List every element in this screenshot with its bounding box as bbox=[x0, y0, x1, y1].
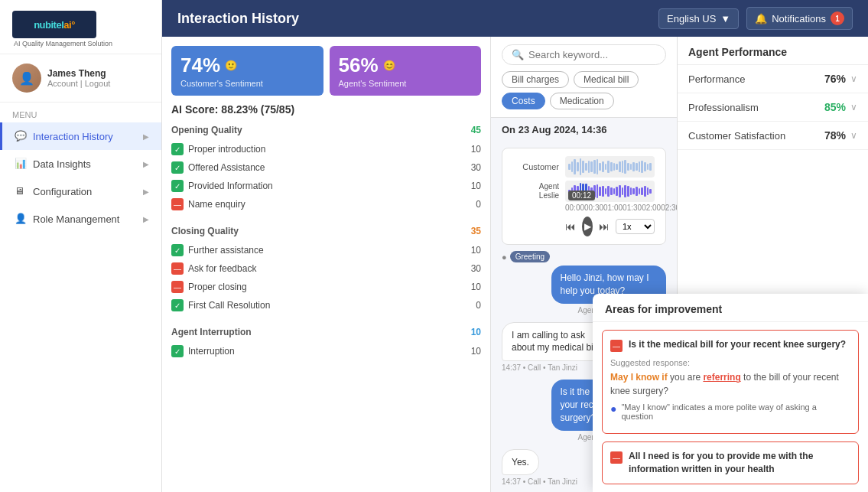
notifications-button[interactable]: 🔔 Notifications 1 bbox=[746, 7, 853, 30]
customer-satisfaction-value-group: 78% ∨ bbox=[824, 129, 857, 142]
play-button[interactable]: ▶ bbox=[582, 217, 593, 236]
logo-area: nubitelai° AI Quality Management Solutio… bbox=[0, 0, 161, 54]
agent-sentiment-pct: 56% bbox=[339, 54, 379, 77]
agent-track: AgentLeslie 00:12 bbox=[513, 181, 655, 202]
customer-meta-2: 14:37 • Call • Tan Jinzi bbox=[502, 363, 577, 372]
language-selector[interactable]: English US ▼ bbox=[658, 8, 739, 29]
check-first-call: ✓ bbox=[171, 299, 184, 311]
notifications-badge: 1 bbox=[831, 11, 844, 25]
user-links[interactable]: Account | Logout bbox=[47, 79, 110, 88]
offered-assistance-score: 30 bbox=[466, 162, 481, 173]
sidebar: nubitelai° AI Quality Management Solutio… bbox=[0, 0, 162, 492]
notifications-label: Notifications bbox=[772, 13, 826, 24]
tag-bill-charges[interactable]: Bill charges bbox=[502, 71, 569, 88]
tip-text-1: "May I know" indicates a more polite way… bbox=[621, 402, 850, 421]
search-input-wrap: 🔍 bbox=[502, 44, 666, 65]
data-insights-icon: 📊 bbox=[15, 158, 27, 170]
improvement-item-2-header: — All I need is for you to provide me wi… bbox=[610, 450, 850, 476]
tip-1: ● "May I know" indicates a more polite w… bbox=[610, 402, 850, 421]
sidebar-item-interaction-history[interactable]: 💬 Interaction History ▶ bbox=[0, 122, 161, 150]
opening-quality-score: 45 bbox=[471, 125, 481, 135]
scoring-area: Opening Quality 45 ✓ Proper introduction… bbox=[162, 120, 490, 492]
customer-satisfaction-chevron[interactable]: ∨ bbox=[850, 130, 857, 141]
search-icon: 🔍 bbox=[512, 49, 524, 60]
professionalism-chevron[interactable]: ∨ bbox=[850, 102, 857, 112]
time-5: 02:30 bbox=[661, 204, 677, 212]
time-4: 02:00 bbox=[642, 204, 661, 212]
professionalism-pct: 85% bbox=[824, 101, 846, 113]
keyword-tags: Bill charges Medical bill Costs Medicati… bbox=[502, 71, 666, 109]
sidebar-item-data-insights[interactable]: 📊 Data Insights ▶ bbox=[0, 150, 161, 178]
suggested-label-1: Suggested response: bbox=[610, 358, 850, 367]
tip-bullet-icon: ● bbox=[610, 402, 616, 415]
score-item-ask-feedback: — Ask for feedback 30 bbox=[171, 259, 481, 278]
chevron-right-icon: ▶ bbox=[143, 132, 149, 141]
score-item-provided-information: ✓ Provided Information 10 bbox=[171, 177, 481, 195]
agent-sentiment-card: 56% 😊 Agent's Sentiment bbox=[330, 46, 482, 96]
sidebar-item-role-management[interactable]: 👤 Role Manangement ▶ bbox=[0, 205, 161, 233]
logo-subtitle: AI Quality Management Solution bbox=[12, 40, 149, 47]
performance-chevron[interactable]: ∨ bbox=[850, 73, 857, 84]
agent-performance-header: Agent Performance bbox=[678, 37, 868, 65]
check-further-assistance: ✓ bbox=[171, 244, 184, 256]
first-call-score: 0 bbox=[466, 300, 481, 311]
sidebar-item-label: Configuration bbox=[33, 186, 92, 197]
agent-waveform: 00:12 bbox=[565, 181, 655, 202]
performance-item: Performance 76% ∨ bbox=[678, 65, 868, 93]
customer-satisfaction-item: Customer Satisfaction 78% ∨ bbox=[678, 122, 868, 150]
search-input[interactable] bbox=[528, 49, 657, 60]
timestamp-badge: 00:12 bbox=[568, 191, 595, 200]
customer-satisfaction-pct: 78% bbox=[824, 129, 846, 142]
proper-closing-score: 10 bbox=[466, 282, 481, 292]
may-i-know: May I know if bbox=[610, 372, 668, 383]
time-2: 01:00 bbox=[603, 204, 623, 212]
agent-track-label: AgentLeslie bbox=[513, 182, 559, 200]
check-interruption: ✓ bbox=[171, 345, 184, 357]
customer-sentiment-label: Customer's Sentiment bbox=[180, 79, 314, 88]
tag-costs[interactable]: Costs bbox=[502, 93, 545, 109]
tag-medication[interactable]: Medication bbox=[550, 93, 614, 109]
agent-sentiment-emoji: 😊 bbox=[383, 60, 395, 71]
customer-track-label: Customer bbox=[513, 162, 559, 171]
topbar-right: English US ▼ 🔔 Notifications 1 bbox=[658, 7, 853, 30]
agent-interruption-label: Agent Interruption bbox=[171, 327, 252, 337]
professionalism-value-group: 85% ∨ bbox=[824, 101, 857, 113]
search-area: 🔍 Bill charges Medical bill Costs Medica… bbox=[491, 37, 677, 118]
chevron-right-icon: ▶ bbox=[143, 215, 149, 223]
red-indicator-2: — bbox=[610, 451, 623, 464]
role-management-icon: 👤 bbox=[15, 213, 27, 225]
opening-quality-section: Opening Quality 45 ✓ Proper introduction… bbox=[171, 120, 481, 213]
menu-label: Menu bbox=[0, 103, 161, 122]
proper-introduction-label: Proper introduction bbox=[188, 144, 265, 155]
timestamp-dot-icon: ● bbox=[502, 253, 507, 262]
check-offered-assistance: ✓ bbox=[171, 161, 184, 174]
ask-feedback-label: Ask for feedback bbox=[188, 263, 256, 274]
opening-quality-header: Opening Quality 45 bbox=[171, 120, 481, 140]
speed-selector[interactable]: 1x 1.5x 2x bbox=[616, 219, 655, 234]
tag-medical-bill[interactable]: Medical bill bbox=[574, 71, 639, 88]
sidebar-item-label: Interaction History bbox=[33, 131, 113, 142]
improvement-overlay: Areas for improvement — Is it the medica… bbox=[593, 294, 868, 492]
performance-value-group: 76% ∨ bbox=[824, 73, 857, 85]
improvement-item-2: — All I need is for you to provide me wi… bbox=[602, 441, 859, 484]
customer-sentiment-emoji: 🙂 bbox=[225, 60, 237, 71]
provided-information-score: 10 bbox=[466, 181, 481, 191]
score-item-proper-closing: — Proper closing 10 bbox=[171, 278, 481, 296]
improvement-problem-2: All I need is for you to provide me with… bbox=[629, 450, 850, 476]
sidebar-item-configuration[interactable]: 🖥 Configuration ▶ bbox=[0, 178, 161, 205]
sentiment-row: 74% 🙂 Customer's Sentiment 56% 😊 Agent's… bbox=[162, 37, 490, 96]
customer-bubble-4: Yes. bbox=[502, 449, 539, 476]
time-markers: 00:00 00:30 01:00 01:30 02:00 02:30 bbox=[565, 204, 655, 212]
improvement-item-1: — Is it the medical bill for your recent… bbox=[602, 330, 859, 434]
greeting-badge: Greeting bbox=[510, 251, 550, 262]
playback-controls: ⏮ ▶ ⏭ 1x 1.5x 2x bbox=[565, 217, 655, 236]
improvement-header: Areas for improvement bbox=[593, 294, 868, 322]
rewind-button[interactable]: ⏮ bbox=[565, 217, 576, 236]
proper-closing-label: Proper closing bbox=[188, 282, 247, 292]
left-panel: 74% 🙂 Customer's Sentiment 56% 😊 Agent's… bbox=[162, 37, 491, 492]
language-label: English US bbox=[667, 13, 716, 24]
agent-interruption-score: 10 bbox=[471, 327, 481, 337]
fast-forward-button[interactable]: ⏭ bbox=[599, 217, 610, 236]
bell-icon: 🔔 bbox=[755, 13, 767, 24]
further-assistance-score: 10 bbox=[466, 245, 481, 256]
